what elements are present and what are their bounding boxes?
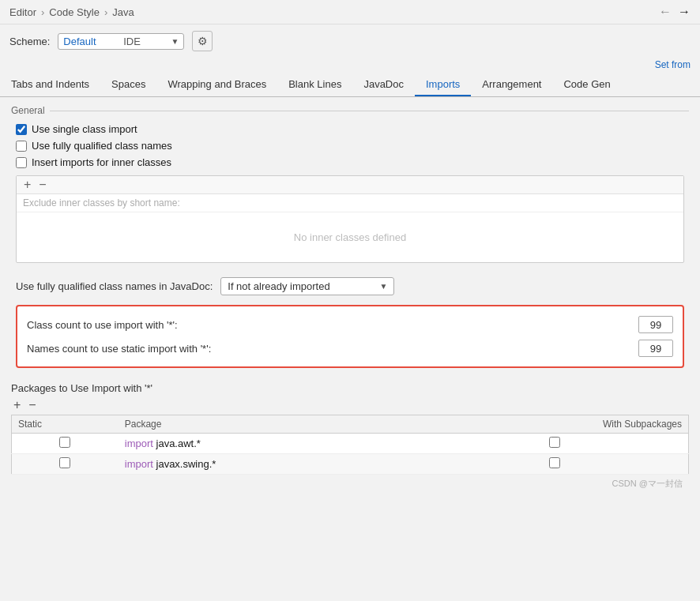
count-box: Class count to use import with '*': Name… <box>16 305 684 368</box>
breadcrumb-editor: Editor <box>9 6 36 18</box>
names-count-label: Names count to use static import with '*… <box>27 343 630 355</box>
col-package: Package <box>119 415 421 434</box>
tab-wrapping-and-braces[interactable]: Wrapping and Braces <box>156 73 277 96</box>
qualified-dropdown[interactable]: If not already imported ▼ <box>220 277 394 295</box>
checkbox-inner-classes: Insert imports for inner classes <box>11 154 689 171</box>
subpackages-cell-2 <box>421 454 689 475</box>
static-cell-2 <box>12 454 119 475</box>
tab-arrangement[interactable]: Arrangement <box>471 73 552 96</box>
scheme-type: IDE <box>123 36 141 47</box>
scheme-name: Default <box>63 36 96 47</box>
main-content: General Use single class import Use full… <box>0 97 700 499</box>
tab-code-gen[interactable]: Code Gen <box>552 73 621 96</box>
scheme-arrow-icon: ▼ <box>171 37 179 46</box>
col-static: Static <box>12 415 119 434</box>
breadcrumb-codestyle: Code Style <box>49 6 100 18</box>
packages-table: Static Package With Subpackages import j… <box>11 415 689 475</box>
scheme-label: Scheme: <box>9 36 50 47</box>
use-single-class-label: Use single class import <box>32 123 137 135</box>
import-keyword-1: import <box>125 438 153 449</box>
checkbox-qualified-names: Use fully qualified class names <box>11 137 689 154</box>
qualified-row: Use fully qualified class names in JavaD… <box>11 271 689 302</box>
names-count-row: Names count to use static import with '*… <box>27 336 673 360</box>
import-keyword-2: import <box>125 458 153 470</box>
use-single-class-checkbox[interactable] <box>16 124 27 135</box>
scheme-dropdown[interactable]: Default IDE ▼ <box>58 33 184 50</box>
inner-panel-placeholder: Exclude inner classes by short name: <box>17 194 683 212</box>
add-inner-class-button[interactable]: + <box>21 178 33 191</box>
inner-panel-toolbar: + − <box>17 176 683 194</box>
inner-panel-empty-msg: No inner classes defined <box>17 212 683 262</box>
package-cell-2: import javax.swing.* <box>119 454 421 475</box>
checkbox-single-class: Use single class import <box>11 121 689 137</box>
breadcrumb-java: Java <box>112 6 134 18</box>
class-count-input[interactable] <box>638 316 673 333</box>
titlebar: Editor › Code Style › Java ← → <box>0 0 700 24</box>
set-from-link[interactable]: Set from <box>0 58 700 73</box>
class-count-row: Class count to use import with '*': <box>27 313 673 336</box>
nav-arrows: ← → <box>659 5 691 19</box>
gear-icon: ⚙ <box>198 35 208 47</box>
add-package-button[interactable]: + <box>11 398 23 412</box>
inner-classes-panel: + − Exclude inner classes by short name:… <box>16 175 684 263</box>
tab-blank-lines[interactable]: Blank Lines <box>277 73 352 96</box>
packages-toolbar: + − <box>11 396 689 415</box>
general-section-title: General <box>11 105 689 116</box>
remove-package-button[interactable]: − <box>26 398 38 412</box>
class-count-label: Class count to use import with '*': <box>27 319 630 331</box>
subpackages-checkbox-1[interactable] <box>549 437 560 448</box>
qualified-label: Use fully qualified class names in JavaD… <box>16 280 213 292</box>
package-name-2: javax.swing.* <box>156 458 216 470</box>
static-cell-1 <box>12 434 119 454</box>
table-row: import javax.swing.* <box>12 454 689 475</box>
tab-spaces[interactable]: Spaces <box>100 73 156 96</box>
table-row: import java.awt.* <box>12 434 689 454</box>
tab-javadoc[interactable]: JavaDoc <box>352 73 415 96</box>
tab-imports[interactable]: Imports <box>415 73 471 96</box>
static-checkbox-2[interactable] <box>59 457 70 468</box>
use-qualified-names-checkbox[interactable] <box>16 141 27 152</box>
package-name-1: java.awt.* <box>156 438 201 449</box>
insert-inner-imports-checkbox[interactable] <box>16 157 27 168</box>
packages-title: Packages to Use Import with '*' <box>11 376 689 396</box>
subpackages-checkbox-2[interactable] <box>549 457 560 468</box>
back-arrow[interactable]: ← <box>659 5 672 19</box>
static-checkbox-1[interactable] <box>59 437 70 448</box>
forward-arrow[interactable]: → <box>678 5 691 19</box>
breadcrumb: Editor › Code Style › Java <box>9 6 134 18</box>
remove-inner-class-button[interactable]: − <box>36 178 48 191</box>
breadcrumb-sep1: › <box>41 6 44 18</box>
qualified-dropdown-value: If not already imported <box>228 280 329 292</box>
tab-tabs-and-indents[interactable]: Tabs and Indents <box>0 73 100 96</box>
gear-button[interactable]: ⚙ <box>192 31 213 51</box>
package-cell-1: import java.awt.* <box>119 434 421 454</box>
insert-inner-imports-label: Insert imports for inner classes <box>32 156 171 168</box>
subpackages-cell-1 <box>421 434 689 454</box>
qualified-dropdown-arrow-icon: ▼ <box>379 282 387 291</box>
use-qualified-names-label: Use fully qualified class names <box>32 140 172 152</box>
watermark: CSDN @マ一封信 <box>11 475 689 491</box>
tabs-bar: Tabs and Indents Spaces Wrapping and Bra… <box>0 73 700 97</box>
breadcrumb-sep2: › <box>104 6 107 18</box>
scheme-bar: Scheme: Default IDE ▼ ⚙ <box>0 24 700 58</box>
col-with-subpackages: With Subpackages <box>421 415 689 434</box>
names-count-input[interactable] <box>638 340 673 357</box>
